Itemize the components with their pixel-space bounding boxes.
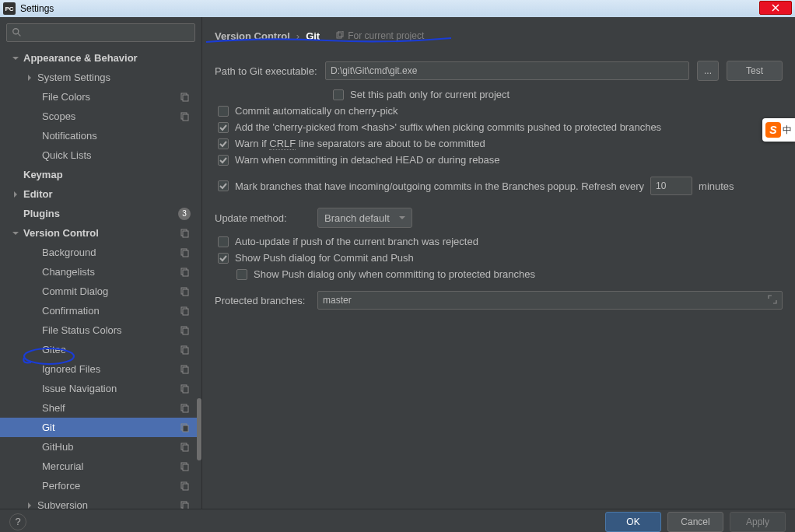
tree-item-shelf[interactable]: Shelf — [0, 398, 201, 418]
browse-button[interactable]: ... — [697, 61, 719, 81]
cancel-button[interactable]: Cancel — [667, 512, 723, 532]
expand-icon[interactable] — [768, 295, 777, 306]
commit-auto-cherry-checkbox[interactable] — [218, 106, 229, 117]
update-method-label: Update method: — [215, 212, 310, 224]
tree-item-label: Quick Lists — [42, 149, 201, 161]
svg-rect-7 — [183, 231, 188, 237]
breadcrumb: Version Control › Git For current projec… — [215, 25, 783, 47]
tree-item-subversion[interactable]: Subversion — [0, 495, 201, 509]
arrow-icon — [26, 502, 36, 509]
svg-rect-31 — [183, 464, 188, 471]
tree-item-notifications[interactable]: Notifications — [0, 126, 201, 145]
tree-item-file-status-colors[interactable]: File Status Colors — [0, 320, 201, 340]
chevron-down-icon — [399, 215, 405, 221]
tree-item-label: Notifications — [42, 130, 201, 142]
tree-item-file-colors[interactable]: File Colors — [0, 87, 201, 107]
arrow-icon — [12, 191, 22, 198]
tree-item-scopes[interactable]: Scopes — [0, 107, 201, 126]
tree-item-editor[interactable]: Editor — [0, 184, 201, 204]
warn-detached-checkbox[interactable] — [218, 155, 229, 166]
show-push-protected-checkbox[interactable] — [236, 269, 247, 280]
project-icon — [180, 228, 191, 239]
titlebar: PC Settings — [0, 0, 795, 17]
tree-item-keymap[interactable]: Keymap — [0, 165, 201, 184]
ok-button[interactable]: OK — [605, 512, 661, 532]
tree-item-git[interactable]: Git — [0, 418, 201, 437]
svg-line-1 — [18, 33, 21, 37]
tree-item-system-settings[interactable]: System Settings — [0, 68, 201, 87]
svg-rect-15 — [183, 309, 188, 315]
project-icon — [180, 111, 191, 122]
git-path-input[interactable] — [325, 61, 689, 80]
tree-item-changelists[interactable]: Changelists — [0, 262, 201, 282]
tree-item-label: Ignored Files — [42, 363, 201, 375]
project-icon — [180, 325, 191, 336]
tree-item-ignored-files[interactable]: Ignored Files — [0, 359, 201, 379]
tree-item-plugins[interactable]: Plugins3 — [0, 204, 201, 223]
set-path-project-checkbox[interactable] — [333, 89, 344, 100]
ime-badge[interactable]: S 中 — [762, 118, 795, 142]
tree-item-version-control[interactable]: Version Control — [0, 223, 201, 243]
tree-item-background[interactable]: Background — [0, 243, 201, 262]
auto-update-push-checkbox[interactable] — [218, 236, 229, 247]
sogou-icon: S — [765, 122, 781, 138]
tree-item-issue-navigation[interactable]: Issue Navigation — [0, 379, 201, 398]
mark-branches-checkbox[interactable] — [218, 180, 229, 191]
tree-item-label: Scopes — [42, 110, 201, 122]
svg-rect-35 — [183, 503, 188, 509]
arrow-icon — [26, 75, 36, 81]
refresh-input[interactable] — [650, 177, 692, 195]
tree-item-label: System Settings — [37, 72, 201, 83]
protected-branches-input[interactable]: master — [317, 291, 783, 310]
tree-item-label: Appearance & Behavior — [23, 52, 201, 64]
svg-point-0 — [13, 29, 19, 34]
svg-rect-38 — [338, 31, 343, 37]
test-button[interactable]: Test — [727, 61, 783, 81]
apply-button[interactable]: Apply — [730, 512, 786, 532]
update-method-select[interactable]: Branch default — [317, 208, 412, 228]
help-button[interactable]: ? — [9, 513, 26, 530]
show-push-dialog-checkbox[interactable] — [218, 253, 229, 264]
warn-crlf-checkbox[interactable] — [218, 138, 229, 149]
sidebar: Appearance & BehaviorSystem SettingsFile… — [0, 17, 202, 509]
commit-auto-cherry-label: Commit automatically on cherry-pick — [235, 105, 398, 117]
project-icon — [180, 286, 191, 297]
tree-item-label: Changelists — [42, 266, 201, 278]
mark-branches-label: Mark branches that have incoming/outgoin… — [235, 180, 644, 192]
svg-rect-11 — [183, 270, 188, 276]
breadcrumb-section[interactable]: Version Control — [215, 30, 290, 42]
tree-item-label: Perforce — [42, 480, 201, 492]
tree-item-label: Git — [42, 422, 201, 433]
tree-item-label: Shelf — [42, 402, 201, 414]
ime-mode: 中 — [783, 124, 792, 137]
show-push-dialog-label: Show Push dialog for Commit and Push — [235, 252, 414, 264]
tree-item-confirmation[interactable]: Confirmation — [0, 301, 201, 320]
auto-update-push-label: Auto-update if push of the current branc… — [235, 236, 478, 247]
svg-rect-13 — [183, 289, 188, 296]
warn-detached-label: Warn when committing in detached HEAD or… — [235, 154, 500, 166]
tree-item-perforce[interactable]: Perforce — [0, 476, 201, 495]
project-icon — [180, 442, 191, 453]
tree-item-commit-dialog[interactable]: Commit Dialog — [0, 282, 201, 301]
breadcrumb-sep: › — [296, 30, 299, 42]
app-icon: PC — [3, 2, 16, 15]
scrollbar-thumb[interactable] — [197, 398, 201, 460]
search-input[interactable] — [6, 23, 195, 42]
button-bar: ? OK Cancel Apply — [0, 509, 795, 532]
close-button[interactable] — [759, 1, 792, 15]
protected-label: Protected branches: — [215, 295, 310, 306]
add-cherry-suffix-checkbox[interactable] — [218, 122, 229, 133]
project-icon — [180, 481, 191, 492]
tree-item-github[interactable]: GitHub — [0, 437, 201, 457]
tree-item-mercurial[interactable]: Mercurial — [0, 457, 201, 476]
tree-item-gitee[interactable]: Gitee — [0, 340, 201, 359]
project-icon — [180, 461, 191, 472]
count-badge: 3 — [178, 208, 191, 220]
svg-rect-29 — [183, 445, 188, 451]
tree-item-appearance-behavior[interactable]: Appearance & Behavior — [0, 48, 201, 68]
svg-rect-21 — [183, 367, 188, 373]
tree-item-quick-lists[interactable]: Quick Lists — [0, 145, 201, 165]
search-field[interactable] — [26, 27, 190, 38]
breadcrumb-page: Git — [306, 30, 320, 42]
project-icon — [180, 247, 191, 258]
